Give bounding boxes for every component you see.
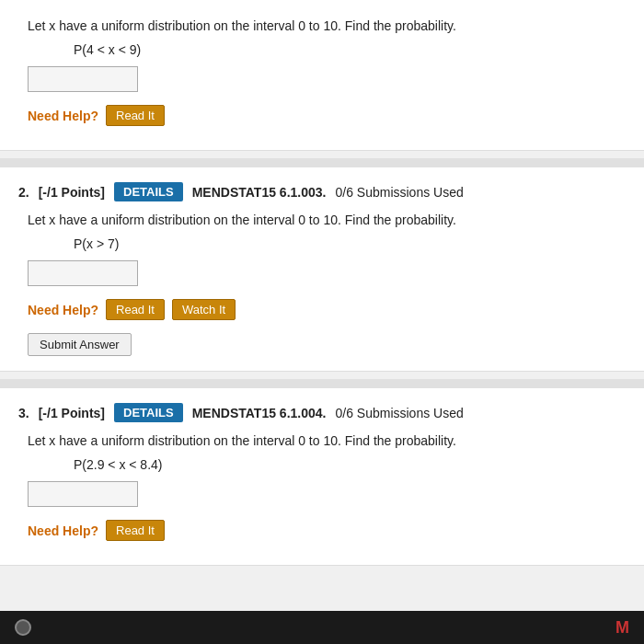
q1-question-text: Let x have a uniform distribution on the… <box>18 18 626 33</box>
bottom-bar: M <box>0 611 644 644</box>
q2-question-text: Let x have a uniform distribution on the… <box>18 213 626 227</box>
q3-answer-input[interactable] <box>28 481 138 507</box>
main-container: Let x have a uniform distribution on the… <box>0 0 644 644</box>
q3-submissions: 0/6 Submissions Used <box>335 406 463 420</box>
q2-course-code: MENDSTAT15 6.1.003. <box>192 185 327 200</box>
q3-details-button[interactable]: DETAILS <box>114 403 183 422</box>
question-block-2: 2. [-/1 Points] DETAILS MENDSTAT15 6.1.0… <box>0 167 644 372</box>
q3-header: 3. [-/1 Points] DETAILS MENDSTAT15 6.1.0… <box>18 403 626 422</box>
q3-need-help-row: Need Help? Read It <box>18 520 626 541</box>
q2-need-help-label: Need Help? <box>28 303 98 317</box>
q1-answer-input[interactable] <box>28 66 138 92</box>
divider-2 <box>0 379 644 388</box>
q1-read-it-button[interactable]: Read It <box>106 105 165 126</box>
q3-question-text: Let x have a uniform distribution on the… <box>18 433 626 448</box>
q2-number: 2. <box>18 185 29 200</box>
question-block-1: Let x have a uniform distribution on the… <box>0 0 644 151</box>
q2-header: 2. [-/1 Points] DETAILS MENDSTAT15 6.1.0… <box>18 182 626 201</box>
circle-icon <box>15 619 31 636</box>
q1-need-help-label: Need Help? <box>28 109 98 123</box>
q3-points: [-/1 Points] <box>39 406 105 420</box>
q2-read-it-button[interactable]: Read It <box>106 299 165 320</box>
m-icon: M <box>615 618 629 638</box>
q2-submissions: 0/6 Submissions Used <box>335 185 463 200</box>
question-block-3: 3. [-/1 Points] DETAILS MENDSTAT15 6.1.0… <box>0 388 644 566</box>
q2-answer-input[interactable] <box>28 260 138 286</box>
q2-watch-it-button[interactable]: Watch It <box>172 299 236 320</box>
q1-need-help-row: Need Help? Read It <box>18 105 626 126</box>
q2-points: [-/1 Points] <box>39 185 105 200</box>
q2-submit-button[interactable]: Submit Answer <box>28 333 132 356</box>
q3-read-it-button[interactable]: Read It <box>106 520 165 541</box>
q2-details-button[interactable]: DETAILS <box>114 182 183 201</box>
divider-1 <box>0 158 644 167</box>
q2-prob-expr: P(x > 7) <box>18 236 626 251</box>
q3-prob-expr: P(2.9 < x < 8.4) <box>18 457 626 472</box>
q1-prob-expr: P(4 < x < 9) <box>18 42 626 57</box>
q3-need-help-label: Need Help? <box>28 523 98 538</box>
q2-need-help-row: Need Help? Read It Watch It <box>18 299 626 320</box>
q3-course-code: MENDSTAT15 6.1.004. <box>192 406 327 420</box>
q3-number: 3. <box>18 406 29 420</box>
